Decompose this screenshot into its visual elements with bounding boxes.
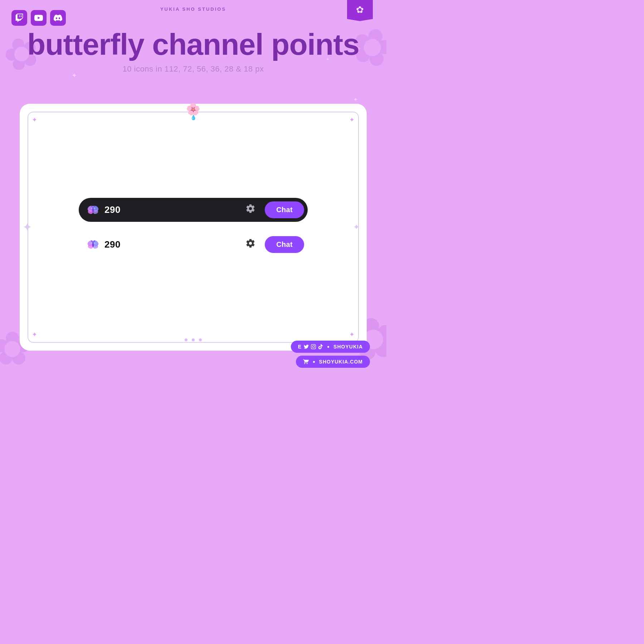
dot-3 xyxy=(199,338,202,341)
twitter-icon xyxy=(304,344,309,349)
bookmark-shape: ✿ xyxy=(347,0,373,21)
discord-icon-box[interactable] xyxy=(50,10,66,26)
light-points-count: 290 xyxy=(104,239,241,250)
gear-svg-light xyxy=(245,238,255,248)
cart-icon xyxy=(303,359,309,365)
dot-2 xyxy=(192,338,195,341)
brand-name: YUKIA SHO STUDIOS xyxy=(160,6,226,12)
svg-point-8 xyxy=(94,205,95,206)
sparkle-br: ✦ xyxy=(349,331,355,338)
instagram-icon xyxy=(311,344,316,349)
etsy-icon: E xyxy=(298,344,302,350)
dot-1 xyxy=(185,338,187,341)
bottom-dots xyxy=(185,338,202,341)
dark-points-count: 290 xyxy=(104,204,241,215)
top-right-badge: ✿ xyxy=(347,0,373,21)
sparkle-tr: ✦ xyxy=(349,116,355,124)
dark-channel-points-bar: 290 Chat xyxy=(79,198,308,222)
star-2: ✦ xyxy=(353,97,358,102)
social-badge: E SHOYUKIA xyxy=(291,341,370,353)
light-channel-points-bar: 290 Chat xyxy=(79,233,308,257)
hero-subtitle: 10 icons in 112, 72, 56, 36, 28 & 18 px xyxy=(11,64,376,74)
social-badge-icons: E xyxy=(298,344,323,350)
chat-button-light[interactable]: Chat xyxy=(265,236,304,253)
website-badge: SHOYUKIA.COM xyxy=(296,356,370,368)
hero-title: butterfly channel points xyxy=(11,29,376,60)
butterfly-svg-dark xyxy=(87,204,99,216)
dark-gear-icon[interactable] xyxy=(245,204,255,216)
badge-divider-1 xyxy=(327,346,329,348)
sparkle-bl: ✦ xyxy=(32,331,37,338)
light-gear-icon[interactable] xyxy=(245,238,255,251)
butterfly-icon-light xyxy=(86,238,100,252)
hero-section: butterfly channel points 10 icons in 112… xyxy=(0,25,386,74)
svg-point-6 xyxy=(91,205,92,206)
svg-point-19 xyxy=(94,240,95,241)
youtube-icon xyxy=(34,14,43,22)
twitch-icon xyxy=(15,14,24,22)
discord-icon xyxy=(54,14,62,22)
bottom-right-badges: E SHOYUKIA SHOYUKIA.COM xyxy=(291,341,370,368)
sparkle-tl: ✦ xyxy=(32,116,37,124)
social-handle: SHOYUKIA xyxy=(333,344,363,350)
gear-svg-dark xyxy=(245,204,255,214)
badge-divider-2 xyxy=(313,361,315,363)
card-content: 290 Chat xyxy=(20,184,367,271)
card-flower-emoji: 🌸 xyxy=(186,102,200,116)
website-label: SHOYUKIA.COM xyxy=(319,359,363,365)
main-card: ✦ ✦ ✦ ✦ 🌸 💧 ✦ ✦ xyxy=(20,104,367,351)
twitch-icon-box[interactable] xyxy=(11,10,27,26)
svg-point-17 xyxy=(91,240,92,241)
chat-button-dark[interactable]: Chat xyxy=(265,201,304,218)
flower-badge-icon: ✿ xyxy=(356,4,364,15)
card-top-flower: 🌸 💧 xyxy=(186,102,200,120)
tiktok-icon xyxy=(318,344,323,349)
butterfly-icon-dark xyxy=(86,203,100,217)
top-left-social-icons xyxy=(11,10,66,26)
butterfly-svg-light xyxy=(87,238,99,251)
youtube-icon-box[interactable] xyxy=(31,10,47,26)
